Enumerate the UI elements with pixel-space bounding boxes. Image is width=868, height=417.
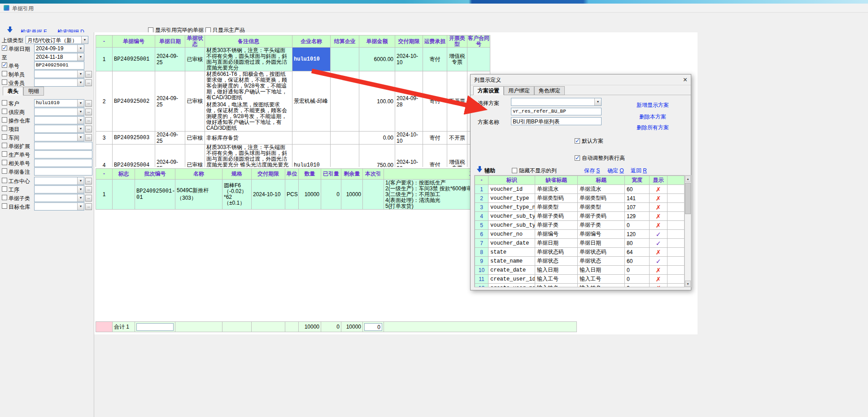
cell-date[interactable]: 2024-09-25 <box>155 145 185 167</box>
cell-rownum[interactable]: 8 <box>475 248 489 257</box>
cell-state[interactable]: 已审核 <box>185 145 205 167</box>
show-mark[interactable]: ✗ <box>656 249 661 256</box>
cell-settle[interactable] <box>331 71 359 132</box>
back-button[interactable]: 返回 R <box>631 167 647 175</box>
cell-deadline[interactable]: 2024-10-10 <box>395 48 423 71</box>
cell-date[interactable]: 2024-09-25 <box>155 132 185 145</box>
maker-checkbox[interactable] <box>2 71 7 76</box>
process-select[interactable]: ▼ <box>34 185 84 193</box>
process-more-button[interactable]: .. <box>85 186 92 193</box>
show-mark[interactable]: ✗ <box>656 285 661 288</box>
col-header-remark[interactable]: 备注信息 <box>205 35 292 48</box>
cell-width[interactable]: 0 <box>625 275 650 284</box>
col-header-rownum[interactable]: - <box>96 169 113 180</box>
col-header-unit[interactable]: 单位 <box>285 169 299 180</box>
workshop-checkbox[interactable] <box>2 134 7 140</box>
cell-deadline[interactable]: 2024-09-28 <box>395 71 423 132</box>
cell-name[interactable]: 5049C新推杆（303） <box>175 180 222 210</box>
plan-name-input[interactable]: BU引用BP单据列表 <box>511 117 602 125</box>
cell-show[interactable]: ✗ <box>650 284 667 288</box>
date-to-picker[interactable]: 2024-11-18▼ <box>34 53 84 61</box>
plan-select[interactable]: ▼ <box>511 98 602 106</box>
chevron-down-icon[interactable]: ▼ <box>77 134 84 141</box>
table-row[interactable]: 5voucher_sub_type_name单据子类单据子类0✗ <box>475 221 685 230</box>
col-header-rownum[interactable]: - <box>475 176 489 185</box>
chevron-down-icon[interactable]: ▼ <box>77 100 84 107</box>
customer-checkbox[interactable] <box>2 100 7 105</box>
cell-title[interactable]: 单据编号 <box>578 230 625 239</box>
show-mark[interactable]: ✓ <box>656 231 661 238</box>
cell-width[interactable]: 0 <box>625 221 650 230</box>
cell-invoice[interactable]: 增值税专票 <box>447 145 467 167</box>
cell-rownum[interactable]: 7 <box>475 239 489 248</box>
cell-amount[interactable]: 750.00 <box>359 145 395 167</box>
cell-rownum[interactable]: 2 <box>96 71 113 132</box>
chevron-down-icon[interactable]: ▼ <box>594 98 601 105</box>
cell-field-id[interactable]: voucher_sub_type_name <box>489 221 535 230</box>
chevron-down-icon[interactable]: ▼ <box>77 53 84 61</box>
voucher-subtype-checkbox[interactable] <box>2 195 7 200</box>
cell-show[interactable]: ✗ <box>650 266 667 275</box>
cell-width[interactable]: 0 <box>625 266 650 275</box>
cell-rownum[interactable]: 12 <box>475 284 489 288</box>
cell-rownum[interactable]: 10 <box>475 266 489 275</box>
collapse-arrow-icon[interactable] <box>7 26 13 33</box>
cell-title[interactable]: 输入工号 <box>578 275 625 284</box>
table-row[interactable]: 10create_date输入日期输入日期0✗ <box>475 266 685 275</box>
col-header-settle[interactable]: 结算企业 <box>331 35 359 48</box>
cell-width[interactable]: 129 <box>625 212 650 221</box>
cell-company[interactable] <box>292 132 331 145</box>
cell-default-title[interactable]: 单据状态码 <box>535 248 578 257</box>
cell-show[interactable]: ✗ <box>650 248 667 257</box>
cell-width[interactable]: 107 <box>625 203 650 212</box>
project-more-button[interactable]: .. <box>85 126 92 132</box>
cell-show[interactable]: ✗ <box>650 275 667 284</box>
col-header-amount[interactable]: 单据金额 <box>359 35 395 48</box>
cell-amount[interactable]: 100.00 <box>359 71 395 132</box>
chevron-down-icon[interactable]: ▼ <box>77 70 84 78</box>
tab-plan-settings[interactable]: 方案设置 <box>473 86 504 95</box>
cell-title[interactable]: 单据类型 <box>578 203 625 212</box>
workshop-select[interactable]: ▼ <box>34 133 84 141</box>
work-center-more-button[interactable]: .. <box>85 178 92 184</box>
cell-flag[interactable] <box>113 180 135 210</box>
supplier-select[interactable]: ▼ <box>34 108 84 116</box>
cell-show[interactable]: ✗ <box>650 221 667 230</box>
cell-rownum[interactable]: 5 <box>475 221 489 230</box>
tab-detail[interactable]: 明细 <box>23 87 44 96</box>
default-plan-checkbox[interactable]: 默认方案 <box>575 137 603 145</box>
cell-settle[interactable] <box>331 132 359 145</box>
cell-voucher-no[interactable]: BP240925001 <box>113 48 155 71</box>
ok-button[interactable]: 确定 O <box>607 167 624 175</box>
table-row[interactable]: 6voucher_no单据编号单据编号120✓ <box>475 230 685 239</box>
cell-freight[interactable]: 寄付 <box>423 132 447 145</box>
cell-deadline[interactable]: 2024-10-10 <box>252 180 285 210</box>
cell-remark[interactable]: 材质303不锈钢，注意：平头端面不得有尖角，圆头球面与斜面，斜面与直面必须圆滑过… <box>205 145 292 167</box>
cell-date[interactable]: 2024-09-25 <box>155 71 185 132</box>
show-mark[interactable]: ✗ <box>656 276 661 283</box>
cell-field-id[interactable]: voucher_type <box>489 194 535 203</box>
table-row[interactable]: 2voucher_type单据类型码单据类型码141✗ <box>475 194 685 203</box>
supplier-checkbox[interactable] <box>2 109 7 114</box>
voucher-no-input[interactable]: BP240925001 <box>34 61 84 70</box>
col-header-state[interactable]: 单据状态 <box>185 35 205 48</box>
voucher-ext-checkbox[interactable] <box>2 143 7 148</box>
table-row[interactable]: 1voucher_id单据流水单据流水60✗ <box>475 185 685 194</box>
assist-button[interactable]: 辅助 <box>484 167 495 175</box>
cell-rownum[interactable]: 1 <box>96 48 113 71</box>
cell-field-id[interactable]: create_date <box>489 266 535 275</box>
chevron-down-icon[interactable]: ▼ <box>77 108 84 115</box>
table-row[interactable]: 2 BP240925002 2024-09-25 已审核 材质6061-T6，阳… <box>96 71 490 132</box>
cell-used[interactable]: 0 <box>321 180 341 210</box>
table-row[interactable]: 11create_user_id输入工号输入工号0✗ <box>475 275 685 284</box>
col-header-rownum[interactable]: - <box>96 35 113 48</box>
save-button[interactable]: 保存 S <box>584 167 600 175</box>
salesman-more-button[interactable]: .. <box>85 79 92 86</box>
cell-default-title[interactable]: 单据子类 <box>535 221 578 230</box>
chevron-down-icon[interactable]: ▼ <box>81 36 88 44</box>
tab-header[interactable]: 表头 <box>3 87 23 96</box>
cell-company[interactable]: 景宏机械-邱峰 <box>292 71 331 132</box>
col-header-title[interactable]: 标题 <box>578 176 625 185</box>
show-mark[interactable]: ✓ <box>656 240 661 247</box>
chevron-down-icon[interactable]: ▼ <box>77 177 84 184</box>
